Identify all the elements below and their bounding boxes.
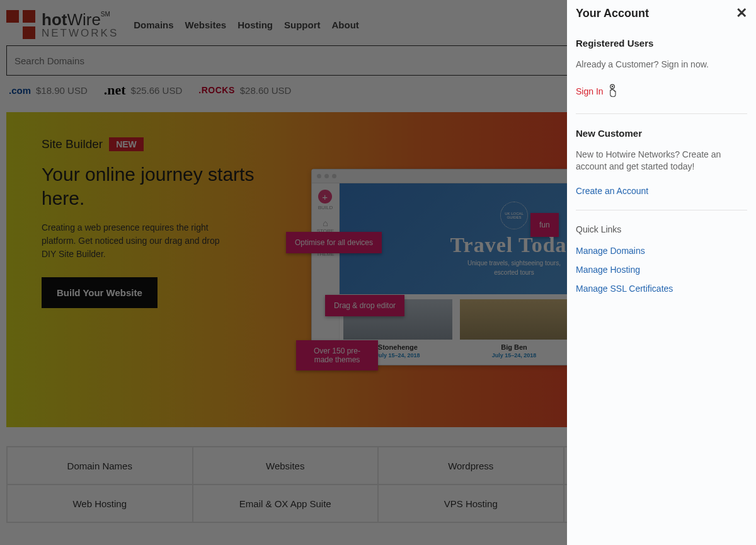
tile-web-hosting[interactable]: Web Hosting	[7, 485, 193, 522]
builder-sidebar: +BUILD ⌂STORE ✦THEME	[312, 183, 340, 365]
tld-net[interactable]: .net $25.66 USD	[104, 82, 183, 98]
logo-text: hotWireSM NETWORKS	[42, 11, 118, 38]
new-badge: NEW	[109, 137, 144, 151]
account-panel-title: Your Account	[576, 7, 649, 20]
template-card: Big Ben July 15–24, 2018	[456, 294, 573, 365]
tld-ext: .com	[9, 85, 31, 96]
tile-websites[interactable]: Websites	[193, 447, 379, 485]
nav-support[interactable]: Support	[284, 20, 321, 30]
svg-point-1	[611, 86, 613, 88]
feature-tag-optimise: Optimise for all devices	[286, 232, 382, 253]
registered-users-text: Already a Customer? Sign in now.	[576, 59, 747, 71]
tile-domain-names[interactable]: Domain Names	[7, 447, 193, 485]
feature-tag-themes: Over 150 pre-made themes	[296, 340, 378, 370]
tile-vps-hosting[interactable]: VPS Hosting	[378, 485, 564, 522]
nav-domains[interactable]: Domains	[134, 20, 173, 30]
manage-hosting-link[interactable]: Manage Hosting	[576, 265, 747, 275]
main-nav: Domains Websites Hosting Support About	[134, 20, 359, 30]
feature-tag-dragdrop: Drag & drop editor	[325, 295, 404, 316]
plus-icon: +	[318, 190, 332, 204]
divider	[576, 113, 747, 114]
tld-price: $25.66 USD	[131, 85, 183, 96]
quick-links-heading: Quick Links	[576, 224, 747, 234]
tld-ext: .ROCKS	[198, 85, 234, 95]
registered-users-heading: Registered Users	[576, 38, 747, 49]
tld-price: $28.60 USD	[240, 85, 292, 96]
divider	[576, 210, 747, 210]
close-icon[interactable]: ✕	[736, 6, 747, 20]
new-customer-heading: New Customer	[576, 128, 747, 139]
window-dots-icon	[317, 174, 336, 178]
tld-ext: .net	[104, 82, 126, 98]
tile-wordpress[interactable]: Wordpress	[378, 447, 564, 485]
pointer-cursor-icon	[606, 84, 619, 100]
new-customer-text: New to Hotwire Networks? Create an accou…	[576, 149, 747, 173]
sign-in-link[interactable]: Sign In	[576, 84, 747, 100]
tile-email-suite[interactable]: Email & OX App Suite	[193, 485, 379, 522]
hero-title: Your online journey starts here.	[42, 163, 258, 210]
site-builder-label: Site Builder	[42, 137, 103, 151]
hero-description: Creating a web presence requires the rig…	[42, 221, 231, 261]
nav-websites[interactable]: Websites	[185, 20, 227, 30]
create-account-link[interactable]: Create an Account	[576, 186, 747, 196]
manage-domains-link[interactable]: Manage Domains	[576, 246, 747, 256]
nav-about[interactable]: About	[332, 20, 359, 30]
logo-mark-icon	[6, 10, 35, 39]
build-website-button[interactable]: Build Your Website	[42, 277, 158, 308]
tld-rocks[interactable]: .ROCKS $28.60 USD	[198, 85, 291, 96]
account-panel: Your Account ✕ Registered Users Already …	[567, 0, 756, 545]
tld-price: $18.90 USD	[36, 85, 88, 96]
nav-hosting[interactable]: Hosting	[238, 20, 273, 30]
manage-ssl-link[interactable]: Manage SSL Certificates	[576, 284, 747, 294]
tld-com[interactable]: .com $18.90 USD	[9, 85, 88, 96]
logo[interactable]: hotWireSM NETWORKS	[6, 10, 118, 39]
